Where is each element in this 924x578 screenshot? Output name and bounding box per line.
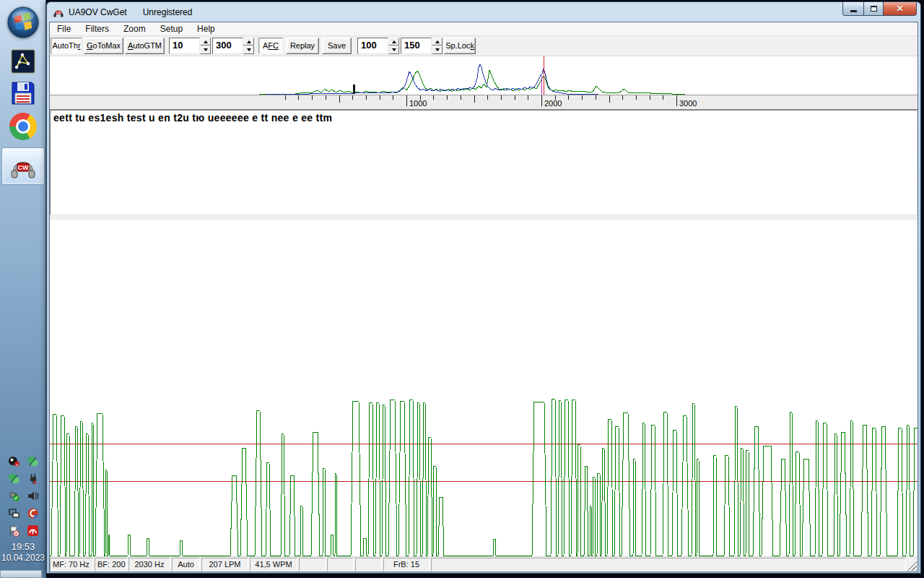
speed-high-spinner[interactable] (432, 38, 443, 54)
svg-text:×: × (32, 479, 36, 486)
messenger-pet-icon[interactable]: x (8, 455, 20, 467)
spin-down-button[interactable] (432, 46, 443, 54)
volume-icon[interactable] (27, 490, 39, 502)
signal-oscillogram (50, 220, 918, 556)
svg-text:CW: CW (18, 164, 29, 171)
spin-up-button[interactable] (432, 38, 443, 46)
signal-plot (50, 220, 918, 556)
menu-filters[interactable]: Filters (78, 22, 116, 36)
network-connection-icon[interactable] (8, 507, 20, 519)
threshold-spinner[interactable] (200, 38, 211, 54)
smoothing-spinner[interactable] (243, 38, 254, 54)
toolbar: AutoThr GoToMax AutoGTM 10 300 AFC Repla… (50, 36, 918, 56)
taskbar-app-constellation[interactable] (0, 48, 46, 75)
status-bar: MF: 70 Hz BF: 200 2030 Hz Auto 207 LPM 4… (50, 556, 918, 571)
butterfly-im-icon-2[interactable] (8, 473, 20, 485)
replay-button[interactable]: Replay (286, 38, 319, 54)
butterfly-im-icon[interactable] (27, 455, 39, 467)
pane-splitter[interactable] (50, 215, 918, 220)
menu-setup[interactable]: Setup (153, 22, 190, 36)
status-empty-1 (299, 558, 326, 571)
maximize-button[interactable] (863, 2, 884, 16)
scale-label: 3000 (679, 99, 697, 108)
cwget-headphones-icon: CW (9, 153, 38, 179)
window-client-area: File Filters Zoom Setup Help AutoThr GoT… (49, 22, 918, 572)
scale-label: 2000 (544, 99, 562, 108)
status-bandwidth: BF: 200 (95, 558, 127, 571)
usb-safely-remove-icon[interactable]: ✓ (8, 490, 20, 502)
spin-up-button[interactable] (243, 38, 254, 46)
status-empty-2 (327, 558, 354, 571)
ccleaner-icon[interactable] (27, 507, 39, 519)
spin-down-button[interactable] (388, 46, 399, 54)
status-mode: Auto (172, 558, 200, 571)
down-arrow-icon (435, 48, 440, 51)
splock-button[interactable]: Sp.Lock (444, 38, 476, 54)
up-arrow-icon (435, 40, 440, 43)
constellation-icon (11, 49, 35, 74)
chrome-icon (9, 113, 37, 140)
resize-grip[interactable] (907, 561, 917, 571)
spectrum-peak-bar (353, 85, 355, 94)
threshold-input[interactable]: 10 (169, 38, 200, 54)
spin-up-button[interactable] (200, 38, 211, 46)
action-center-flag-icon[interactable]: × (8, 525, 20, 537)
frequency-scale-ruler: 100020003000 (50, 95, 919, 109)
speed-high-input[interactable]: 150 (401, 38, 432, 54)
status-lpm: 207 LPM (201, 558, 248, 571)
menu-file[interactable]: File (50, 22, 78, 36)
close-icon: ✕ (896, 4, 903, 13)
decoded-text-area[interactable]: eett tu es1esh test u en t2u tю ueeeeee … (50, 110, 918, 216)
scale-label: 1000 (409, 99, 427, 108)
save-button[interactable]: Save (322, 38, 352, 54)
afc-button[interactable]: AFC (258, 38, 283, 54)
menu-bar: File Filters Zoom Setup Help (50, 22, 918, 36)
down-arrow-icon (392, 48, 396, 51)
frequency-scale[interactable]: 100020003000 (50, 95, 918, 110)
menu-help[interactable]: Help (190, 22, 222, 36)
up-arrow-icon (204, 40, 208, 43)
registration-status: Unregistered (143, 7, 193, 17)
smoothing-input[interactable]: 300 (212, 38, 243, 54)
status-empty-4 (431, 558, 906, 571)
up-arrow-icon (247, 40, 251, 43)
avira-antivirus-icon[interactable] (27, 525, 39, 537)
status-frequency: 2030 Hz (128, 558, 170, 571)
gotomax-button[interactable]: GoToMax (84, 38, 123, 54)
power-unplugged-icon[interactable]: × (27, 473, 39, 485)
close-button[interactable]: ✕ (883, 2, 917, 16)
window-cw-icon: CW (53, 7, 64, 17)
status-wpm: 41,5 WPM (250, 558, 297, 571)
title-bar[interactable]: CW UA9OV CwGet Unregistered ✕ (49, 2, 918, 22)
spectrum-display[interactable] (50, 56, 918, 95)
status-frb: FrB: 15 (383, 558, 430, 571)
taskbar-app-chrome[interactable] (0, 113, 46, 140)
up-arrow-icon (392, 40, 396, 43)
window-title: UA9OV CwGet (69, 7, 127, 17)
status-mark-freq: MF: 70 Hz (50, 558, 93, 571)
taskbar-app-floppy[interactable] (0, 79, 46, 107)
spectrum-plot (50, 56, 919, 95)
floppy-disk-icon (10, 80, 36, 106)
status-empty-3 (355, 558, 382, 571)
autothr-button[interactable]: AutoThr (51, 38, 82, 54)
menu-zoom[interactable]: Zoom (116, 22, 153, 36)
clock-time: 19:53 (0, 540, 46, 553)
taskbar-end-cap (0, 570, 42, 578)
minimize-button[interactable] (842, 2, 864, 16)
taskbar-app-cwget-active[interactable]: CW (1, 147, 45, 185)
spin-up-button[interactable] (388, 38, 399, 46)
spin-down-button[interactable] (243, 46, 254, 54)
spin-down-button[interactable] (200, 46, 211, 54)
svg-text:×: × (14, 531, 17, 536)
windows-logo-icon (6, 6, 40, 39)
spectrum-green-trace (259, 70, 685, 94)
speed-low-input[interactable]: 100 (357, 38, 388, 54)
system-tray: x × (0, 455, 46, 542)
clock-date: 10.04.2023 (0, 553, 46, 564)
speed-low-spinner[interactable] (388, 38, 399, 54)
taskbar-clock[interactable]: 19:53 10.04.2023 (0, 540, 46, 564)
minimize-icon (850, 10, 857, 12)
autogtm-button[interactable]: AutoGTM (125, 38, 165, 54)
start-button[interactable] (0, 6, 46, 39)
